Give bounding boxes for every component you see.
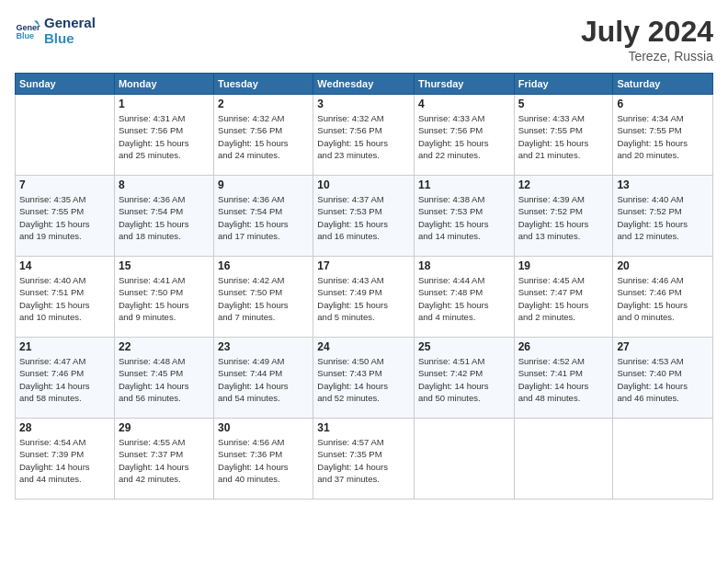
calendar-cell: 22Sunrise: 4:48 AM Sunset: 7:45 PM Dayli… (114, 338, 213, 419)
calendar-cell: 25Sunrise: 4:51 AM Sunset: 7:42 PM Dayli… (414, 338, 514, 419)
day-number: 19 (518, 259, 609, 272)
calendar-week-row: 21Sunrise: 4:47 AM Sunset: 7:46 PM Dayli… (16, 338, 713, 419)
calendar-cell: 14Sunrise: 4:40 AM Sunset: 7:51 PM Dayli… (16, 257, 115, 338)
calendar-cell (514, 419, 613, 500)
day-info: Sunrise: 4:57 AM Sunset: 7:35 PM Dayligh… (317, 436, 410, 485)
day-info: Sunrise: 4:47 AM Sunset: 7:46 PM Dayligh… (19, 355, 110, 404)
calendar-cell: 9Sunrise: 4:36 AM Sunset: 7:54 PM Daylig… (214, 176, 313, 257)
day-info: Sunrise: 4:33 AM Sunset: 7:55 PM Dayligh… (518, 112, 609, 161)
calendar-cell: 1Sunrise: 4:31 AM Sunset: 7:56 PM Daylig… (114, 95, 213, 176)
svg-text:Blue: Blue (16, 31, 34, 40)
calendar-cell: 19Sunrise: 4:45 AM Sunset: 7:47 PM Dayli… (514, 257, 613, 338)
day-info: Sunrise: 4:39 AM Sunset: 7:52 PM Dayligh… (518, 193, 609, 242)
day-number: 4 (418, 98, 510, 110)
calendar-cell: 28Sunrise: 4:54 AM Sunset: 7:39 PM Dayli… (16, 419, 115, 500)
day-info: Sunrise: 4:33 AM Sunset: 7:56 PM Dayligh… (418, 112, 510, 161)
day-number: 10 (317, 178, 410, 191)
calendar-header-sunday: Sunday (16, 74, 115, 95)
calendar-cell: 13Sunrise: 4:40 AM Sunset: 7:52 PM Dayli… (613, 176, 713, 257)
day-info: Sunrise: 4:40 AM Sunset: 7:51 PM Dayligh… (19, 274, 110, 323)
day-info: Sunrise: 4:42 AM Sunset: 7:50 PM Dayligh… (218, 274, 309, 323)
calendar-cell: 20Sunrise: 4:46 AM Sunset: 7:46 PM Dayli… (613, 257, 713, 338)
day-number: 16 (218, 259, 309, 272)
page-header: General Blue General Blue July 2024 Tere… (15, 15, 713, 63)
day-info: Sunrise: 4:52 AM Sunset: 7:41 PM Dayligh… (518, 355, 609, 404)
day-info: Sunrise: 4:46 AM Sunset: 7:46 PM Dayligh… (617, 274, 709, 323)
calendar-cell: 7Sunrise: 4:35 AM Sunset: 7:55 PM Daylig… (16, 176, 115, 257)
calendar-cell: 29Sunrise: 4:55 AM Sunset: 7:37 PM Dayli… (114, 419, 213, 500)
calendar-cell (16, 95, 115, 176)
day-info: Sunrise: 4:34 AM Sunset: 7:55 PM Dayligh… (617, 112, 709, 161)
day-number: 17 (317, 259, 410, 272)
day-number: 20 (617, 259, 709, 272)
day-info: Sunrise: 4:51 AM Sunset: 7:42 PM Dayligh… (418, 355, 510, 404)
day-info: Sunrise: 4:55 AM Sunset: 7:37 PM Dayligh… (119, 436, 210, 485)
calendar-header-monday: Monday (114, 74, 213, 95)
calendar-cell: 24Sunrise: 4:50 AM Sunset: 7:43 PM Dayli… (313, 338, 415, 419)
day-info: Sunrise: 4:44 AM Sunset: 7:48 PM Dayligh… (418, 274, 510, 323)
calendar-cell: 10Sunrise: 4:37 AM Sunset: 7:53 PM Dayli… (313, 176, 415, 257)
calendar-cell: 18Sunrise: 4:44 AM Sunset: 7:48 PM Dayli… (414, 257, 514, 338)
calendar-cell: 12Sunrise: 4:39 AM Sunset: 7:52 PM Dayli… (514, 176, 613, 257)
calendar-header-saturday: Saturday (613, 74, 713, 95)
day-info: Sunrise: 4:54 AM Sunset: 7:39 PM Dayligh… (19, 436, 110, 485)
calendar-cell: 2Sunrise: 4:32 AM Sunset: 7:56 PM Daylig… (214, 95, 313, 176)
calendar-cell (613, 419, 713, 500)
day-number: 2 (218, 98, 309, 110)
day-number: 21 (19, 340, 110, 353)
month-year: July 2024 (581, 15, 713, 49)
day-info: Sunrise: 4:32 AM Sunset: 7:56 PM Dayligh… (218, 112, 309, 161)
calendar-cell (414, 419, 514, 500)
calendar-cell: 6Sunrise: 4:34 AM Sunset: 7:55 PM Daylig… (613, 95, 713, 176)
day-info: Sunrise: 4:43 AM Sunset: 7:49 PM Dayligh… (317, 274, 410, 323)
day-number: 3 (317, 98, 410, 110)
calendar-week-row: 7Sunrise: 4:35 AM Sunset: 7:55 PM Daylig… (16, 176, 713, 257)
day-info: Sunrise: 4:31 AM Sunset: 7:56 PM Dayligh… (119, 112, 210, 161)
calendar-header-wednesday: Wednesday (313, 74, 415, 95)
day-info: Sunrise: 4:48 AM Sunset: 7:45 PM Dayligh… (119, 355, 210, 404)
day-number: 13 (617, 178, 709, 191)
day-number: 9 (218, 178, 309, 191)
calendar-cell: 27Sunrise: 4:53 AM Sunset: 7:40 PM Dayli… (613, 338, 713, 419)
calendar-week-row: 28Sunrise: 4:54 AM Sunset: 7:39 PM Dayli… (16, 419, 713, 500)
day-number: 15 (119, 259, 210, 272)
day-info: Sunrise: 4:32 AM Sunset: 7:56 PM Dayligh… (317, 112, 410, 161)
day-number: 12 (518, 178, 609, 191)
title-block: July 2024 Tereze, Russia (581, 15, 713, 63)
day-info: Sunrise: 4:53 AM Sunset: 7:40 PM Dayligh… (617, 355, 709, 404)
day-number: 14 (19, 259, 110, 272)
day-number: 8 (119, 178, 210, 191)
day-number: 18 (418, 259, 510, 272)
day-number: 7 (19, 178, 110, 191)
calendar-header-row: SundayMondayTuesdayWednesdayThursdayFrid… (16, 74, 713, 95)
day-info: Sunrise: 4:56 AM Sunset: 7:36 PM Dayligh… (218, 436, 309, 485)
day-number: 1 (119, 98, 210, 110)
calendar-header-friday: Friday (514, 74, 613, 95)
day-number: 28 (19, 421, 110, 434)
day-info: Sunrise: 4:37 AM Sunset: 7:53 PM Dayligh… (317, 193, 410, 242)
day-number: 23 (218, 340, 309, 353)
day-number: 29 (119, 421, 210, 434)
calendar-cell: 26Sunrise: 4:52 AM Sunset: 7:41 PM Dayli… (514, 338, 613, 419)
day-number: 26 (518, 340, 609, 353)
day-number: 25 (418, 340, 510, 353)
calendar-cell: 16Sunrise: 4:42 AM Sunset: 7:50 PM Dayli… (214, 257, 313, 338)
day-info: Sunrise: 4:38 AM Sunset: 7:53 PM Dayligh… (418, 193, 510, 242)
day-number: 27 (617, 340, 709, 353)
logo: General Blue General Blue (15, 15, 96, 46)
calendar-cell: 23Sunrise: 4:49 AM Sunset: 7:44 PM Dayli… (214, 338, 313, 419)
calendar-cell: 11Sunrise: 4:38 AM Sunset: 7:53 PM Dayli… (414, 176, 514, 257)
logo-icon: General Blue (15, 17, 40, 43)
calendar-cell: 8Sunrise: 4:36 AM Sunset: 7:54 PM Daylig… (114, 176, 213, 257)
day-info: Sunrise: 4:45 AM Sunset: 7:47 PM Dayligh… (518, 274, 609, 323)
calendar-cell: 15Sunrise: 4:41 AM Sunset: 7:50 PM Dayli… (114, 257, 213, 338)
location: Tereze, Russia (581, 49, 713, 63)
logo-blue: Blue (44, 30, 96, 46)
day-info: Sunrise: 4:36 AM Sunset: 7:54 PM Dayligh… (218, 193, 309, 242)
day-number: 11 (418, 178, 510, 191)
calendar-table: SundayMondayTuesdayWednesdayThursdayFrid… (15, 73, 713, 500)
calendar-header-thursday: Thursday (414, 74, 514, 95)
day-number: 5 (518, 98, 609, 110)
calendar-cell: 17Sunrise: 4:43 AM Sunset: 7:49 PM Dayli… (313, 257, 415, 338)
calendar-cell: 31Sunrise: 4:57 AM Sunset: 7:35 PM Dayli… (313, 419, 415, 500)
